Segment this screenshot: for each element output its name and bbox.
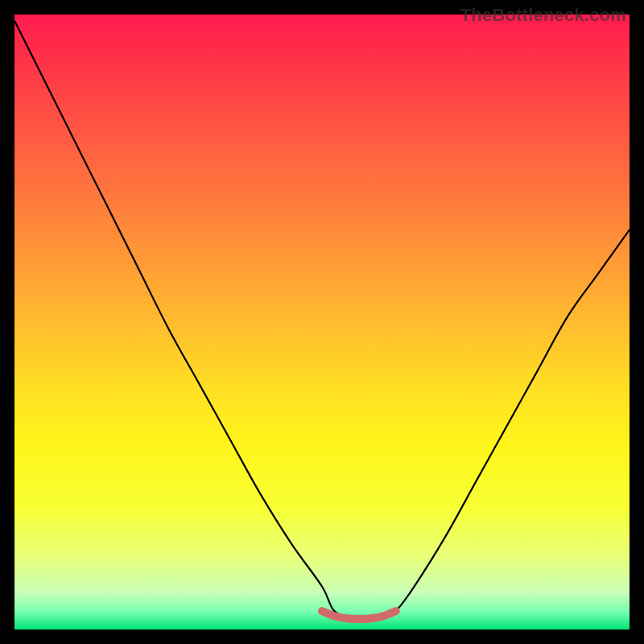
- chart-svg: [0, 0, 644, 644]
- chart-frame: TheBottleneck.com: [0, 0, 644, 644]
- bottleneck-curve: [14, 21, 630, 618]
- optimal-range: [322, 611, 396, 619]
